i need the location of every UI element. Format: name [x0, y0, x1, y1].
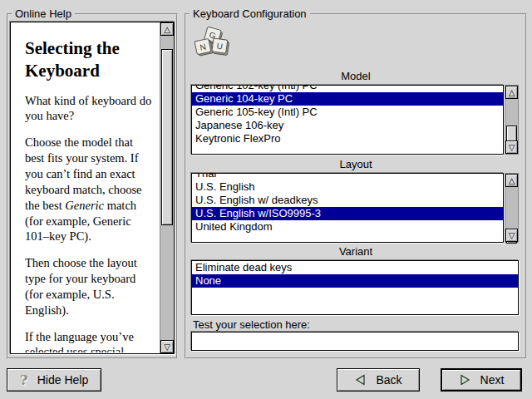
installer-window: { "colors": { "background": "#d6d6d6", "…	[0, 0, 532, 399]
help-paragraph: Choose the model that best fits your sys…	[25, 135, 154, 244]
list-item[interactable]: Keytronic FlexPro	[192, 132, 503, 145]
next-label: Next	[480, 373, 505, 387]
variant-listbox[interactable]: Eliminate dead keysNone	[191, 260, 519, 315]
variant-label: Variant	[186, 245, 525, 258]
layout-scrollbar[interactable]: △ ▽	[505, 173, 519, 243]
model-label: Model	[186, 70, 525, 82]
hide-help-button[interactable]: ? Hide Help	[7, 368, 101, 392]
help-paragraph: Then choose the layout type for your key…	[25, 255, 154, 318]
online-help-frame-label: Online Help	[12, 7, 75, 20]
scroll-up-button[interactable]: △	[160, 22, 174, 36]
back-button[interactable]: Back	[337, 368, 420, 392]
scroll-trough[interactable]	[505, 187, 518, 229]
scroll-trough[interactable]	[505, 99, 518, 140]
scroll-trough[interactable]	[160, 36, 174, 340]
hide-help-label: Hide Help	[37, 373, 88, 387]
help-panel: Selecting the Keyboard What kind of keyb…	[10, 22, 175, 354]
model-scrollbar[interactable]: △ ▽	[505, 85, 519, 155]
help-paragraph: What kind of keyboard do you have?	[25, 93, 154, 125]
test-selection-input[interactable]	[191, 332, 519, 351]
list-item[interactable]: None	[192, 274, 518, 288]
scroll-up-button[interactable]: △	[505, 86, 518, 99]
layout-list: ThaiU.S. EnglishU.S. English w/ deadkeys…	[192, 173, 503, 234]
variant-list: Eliminate dead keysNone	[192, 261, 518, 288]
list-item[interactable]: Japanese 106-key	[192, 119, 503, 132]
scroll-down-button[interactable]: ▽	[505, 140, 518, 154]
emphasized-text: Generic	[65, 199, 104, 212]
help-paragraph: If the language you’ve selected uses spe…	[25, 329, 154, 352]
layout-listbox[interactable]: ThaiU.S. EnglishU.S. English w/ deadkeys…	[191, 173, 504, 243]
help-scrollbar[interactable]: △ ▽	[160, 22, 174, 353]
scroll-down-button[interactable]: ▽	[505, 229, 518, 242]
next-arrow-icon	[459, 374, 471, 386]
gnu-keycaps-icon: G N U	[193, 25, 231, 60]
test-selection-label: Test your selection here:	[193, 318, 310, 331]
question-mark-icon: ?	[20, 373, 28, 387]
help-text: Selecting the Keyboard What kind of keyb…	[11, 22, 159, 352]
next-button[interactable]: Next	[441, 368, 522, 392]
list-item[interactable]: Thai	[192, 173, 503, 180]
back-label: Back	[376, 373, 401, 387]
keyboard-configuration-frame: Keyboard Configuration G N U Model Gener…	[185, 13, 527, 359]
model-list: Generic 102-key (Intl) PCGeneric 104-key…	[192, 85, 503, 145]
layout-label: Layout	[186, 158, 525, 170]
svg-text:U: U	[216, 42, 224, 52]
online-help-frame: Online Help Selecting the Keyboard What …	[7, 13, 178, 359]
list-item[interactable]: Generic 105-key (Intl) PC	[192, 106, 503, 119]
list-item[interactable]: Generic 104-key PC	[192, 92, 503, 106]
scroll-thumb[interactable]	[506, 126, 517, 142]
scroll-down-button[interactable]: ▽	[160, 340, 174, 353]
list-item[interactable]: U.S. English w/ deadkeys	[192, 194, 503, 207]
list-item[interactable]: United Kingdom	[192, 220, 503, 234]
list-item[interactable]: Generic 102-key (Intl) PC	[192, 85, 503, 92]
keyboard-configuration-frame-label: Keyboard Configuration	[190, 7, 310, 20]
model-listbox[interactable]: Generic 102-key (Intl) PCGeneric 104-key…	[191, 85, 504, 155]
help-title: Selecting the Keyboard	[25, 37, 154, 83]
list-item[interactable]: U.S. English w/ISO9995-3	[192, 207, 503, 220]
back-arrow-icon	[354, 374, 367, 386]
scroll-up-button[interactable]: △	[505, 174, 518, 187]
list-item[interactable]: Eliminate dead keys	[192, 261, 518, 274]
scroll-thumb[interactable]	[161, 49, 173, 225]
list-item[interactable]: U.S. English	[192, 180, 503, 194]
